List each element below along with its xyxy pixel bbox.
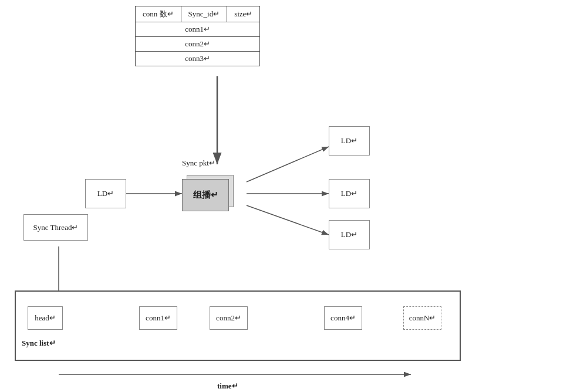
sync-list-container: head↵ conn1↵ conn2↵ conn4↵ connN↵ Sync l… [15,290,461,361]
time-label: time↵ [217,381,238,391]
sync-thread-box: Sync Thread↵ [23,214,88,241]
header-conn: conn 数↵ [136,6,181,22]
ld-right1-box: LD↵ [329,126,370,156]
header-size: size↵ [227,6,260,22]
table-row: conn3↵ [136,52,260,66]
svg-line-10 [247,205,329,235]
ld-right3-box: LD↵ [329,220,370,249]
conn2-box: conn2↵ [210,306,248,330]
conn3-row: conn3↵ [136,52,260,66]
diagram: conn 数↵ Sync_id↵ size↵ conn1↵ conn2↵ con… [0,0,587,392]
conn1-row: conn1↵ [136,22,260,37]
conn1-box: conn1↵ [139,306,177,330]
svg-line-8 [247,147,329,182]
conn4-box: conn4↵ [324,306,362,330]
sync-pkt-label: Sync pkt↵ [182,158,215,168]
head-box: head↵ [28,306,63,330]
header-syncid: Sync_id↵ [181,6,227,22]
ld-right2-box: LD↵ [329,179,370,208]
sync-list-label: Sync list↵ [22,339,56,348]
ld-left-box: LD↵ [85,179,126,208]
multicast-box: 组播↵ [182,179,229,211]
conn-table: conn 数↵ Sync_id↵ size↵ conn1↵ conn2↵ con… [135,6,260,66]
table-row: conn2↵ [136,37,260,52]
table-row: conn1↵ [136,22,260,37]
connN-box: connN↵ [403,306,441,330]
conn2-row: conn2↵ [136,37,260,52]
table-header-row: conn 数↵ Sync_id↵ size↵ [136,6,260,22]
